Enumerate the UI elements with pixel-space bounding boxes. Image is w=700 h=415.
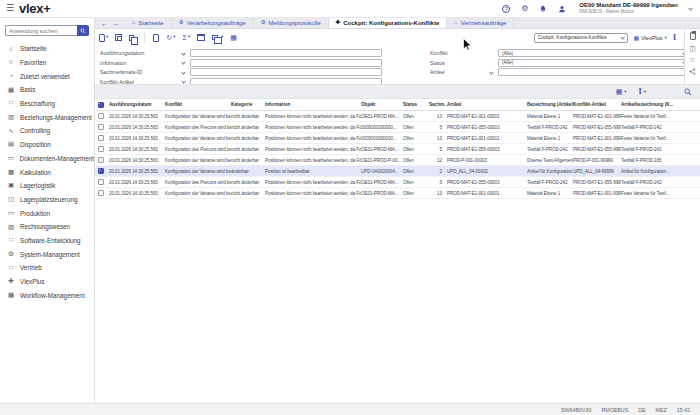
row-checkbox[interactable] (98, 124, 104, 130)
sidebar-item[interactable]: ▭ Dokumenten-Management (0, 152, 94, 166)
table-row[interactable]: 20.01.2026 14:30:25.563 Konfiguration de… (95, 122, 700, 133)
konflikt-select[interactable]: (Alle) (498, 49, 690, 57)
row-checkbox[interactable] (98, 168, 104, 174)
sidebar-item[interactable]: ◫ Lagerplatzsteuerung (0, 193, 94, 207)
kanban-view-icon[interactable]: ◫ (689, 45, 696, 52)
window-button[interactable] (197, 34, 205, 41)
column-header[interactable]: Ausführungsdatum (109, 102, 165, 107)
status-select[interactable]: (Alle) (498, 59, 690, 67)
nav-back-icon[interactable]: ← (101, 20, 108, 27)
column-header[interactable]: Status (403, 102, 429, 107)
sidebar-item[interactable]: ▦ Workflow-Management (0, 288, 94, 302)
table-row[interactable]: 20.01.2026 14:30:25.563 Konfiguration de… (95, 177, 700, 188)
sidebar-item[interactable]: ∷ Software-Entwicklung (0, 234, 94, 248)
settings-gear-icon[interactable]: ⚙ (521, 5, 528, 13)
sidebar-item[interactable]: ⌂ Startseite (0, 42, 94, 56)
sidebar-item[interactable]: ∷ Vertrieb (0, 261, 94, 275)
notifications-bell-icon[interactable] (539, 5, 547, 13)
sidebar-item[interactable]: ▥ Beziehungs-Management (0, 110, 94, 124)
sidebar-item[interactable]: ⚙ System-Management (0, 247, 94, 261)
vlexplus-menu-button[interactable]: ▦ VlexPlus ▾ (634, 34, 667, 41)
filter-input[interactable] (190, 59, 382, 67)
tenant-info[interactable]: OE00 Mandant DE-99999 Irgendwo RMOEBUS -… (579, 2, 678, 14)
row-checkbox[interactable] (98, 135, 104, 141)
share-icon[interactable] (689, 68, 696, 75)
sidebar-item[interactable]: ▨ Rechnungswesen (0, 220, 94, 234)
chevron-down-icon[interactable] (488, 71, 494, 74)
artikel-input-wrap (498, 68, 690, 76)
field-tool-icon[interactable]: I (673, 34, 676, 42)
sidebar-item-label: Zuletzt verwendet (20, 73, 70, 80)
column-header[interactable]: Artikel (447, 102, 527, 107)
copy-button[interactable] (129, 35, 136, 41)
cell-konflikt-artikel: PROD-MAT-E1-055-99999 (573, 180, 621, 185)
cascade-windows-button[interactable]: ▾ (212, 35, 223, 40)
row-checkbox[interactable] (98, 157, 104, 163)
column-header[interactable]: Objekt (361, 102, 403, 107)
column-header[interactable]: Information (265, 102, 361, 107)
view-select[interactable]: Cockpit: Konfigurations-Konflikte (534, 33, 628, 43)
grid-export-button[interactable]: ▦ (230, 34, 237, 41)
column-header[interactable]: Konflikt (165, 102, 231, 107)
chevron-down-icon[interactable] (180, 61, 186, 64)
column-settings-button[interactable]: ▦▾ (616, 88, 627, 96)
new-record-button[interactable]: ▾ (99, 34, 108, 42)
select-all-checkbox[interactable] (98, 102, 104, 108)
tab[interactable]: ∷ Vertriebsaufträge (447, 18, 514, 28)
column-header[interactable]: Konflikt-Artikel (573, 102, 621, 107)
artikel-input[interactable] (498, 68, 690, 76)
column-header[interactable]: Kategorie (231, 102, 265, 107)
nav-forward-icon[interactable]: → (112, 20, 119, 27)
table-row[interactable]: 20.01.2026 14:30:25.563 Konfiguration de… (95, 166, 700, 177)
chevron-down-icon[interactable] (180, 80, 186, 83)
tab[interactable]: ⚙ Meldungsprotokolle (254, 18, 329, 28)
row-checkbox[interactable] (98, 146, 104, 152)
table-row[interactable]: 20.01.2026 14:30:25.563 Konfiguration de… (95, 188, 700, 199)
chevron-down-icon[interactable] (180, 52, 186, 55)
cell-sachmerkmal: 2 (429, 169, 447, 174)
refresh-button[interactable]: ↻▾ (166, 34, 175, 41)
tab[interactable]: ⚙ Verarbeitungsaufträge (172, 18, 254, 28)
table-row[interactable]: 20.01.2026 14:30:25.563 Konfiguration de… (95, 133, 700, 144)
reload-record-button[interactable] (153, 34, 159, 42)
row-checkbox[interactable] (98, 179, 104, 185)
sidebar-item[interactable]: ▦ Basis (0, 83, 94, 97)
sidebar-item[interactable]: ☆ Favoriten (0, 56, 94, 70)
favorite-star-icon[interactable]: ☆ (689, 56, 695, 63)
sidebar-item[interactable]: ∷ Beschaffung (0, 97, 94, 111)
save-button[interactable] (115, 34, 122, 41)
table-row[interactable]: 20.01.2026 14:30:25.563 Konfiguration de… (95, 144, 700, 155)
table-row[interactable]: 20.01.2026 14:30:25.563 Konfiguration de… (95, 155, 700, 166)
chevron-down-icon[interactable] (688, 6, 692, 10)
menu-icon[interactable]: ☰ (6, 4, 14, 13)
tab[interactable]: ⌂ Startseite (125, 18, 172, 28)
sidebar-search-input[interactable] (5, 25, 77, 36)
sidebar-item[interactable]: ◔ Zuletzt verwendet (0, 69, 94, 83)
apply-filter-search-button[interactable] (684, 88, 692, 96)
help-icon[interactable]: ? (502, 5, 510, 13)
sidebar-item[interactable]: ▣ Lagerlogistik (0, 179, 94, 193)
filter-input[interactable] (190, 68, 382, 76)
sidebar-item[interactable]: ▭ Produktion (0, 206, 94, 220)
row-checkbox[interactable] (98, 190, 104, 196)
sidebar-search-button[interactable] (77, 25, 89, 36)
tab[interactable]: ✚ Cockpit: Konfigurations-Konflikte (329, 18, 448, 28)
sidebar-item[interactable]: ✚ VlexPlus (0, 275, 94, 289)
field-filter-button[interactable]: I▾ (639, 88, 646, 96)
window-icon (197, 34, 205, 41)
column-header[interactable]: Bezeichnung (Artikel) (527, 102, 573, 107)
row-checkbox[interactable] (98, 113, 104, 119)
chevron-down-icon[interactable] (180, 71, 186, 74)
sidebar-item[interactable]: ∿ Controlling (0, 124, 94, 138)
table-row[interactable]: 20.01.2026 14:30:25.563 Konfiguration de… (95, 111, 700, 122)
sidebar-item-icon: ▭ (7, 210, 15, 217)
filter-input[interactable] (190, 49, 382, 57)
column-header[interactable]: Sachm... (429, 102, 447, 107)
sidebar-item[interactable]: ▩ Kalkulation (0, 165, 94, 179)
sum-button[interactable]: Σ▾ (182, 34, 190, 41)
column-header[interactable]: Artikelbezeichnung (K... (621, 102, 700, 107)
clipboard-icon[interactable] (690, 32, 696, 40)
user-icon[interactable] (558, 5, 566, 13)
app-logo: vlex+ (19, 1, 50, 16)
sidebar-item[interactable]: ▤ Disposition (0, 138, 94, 152)
